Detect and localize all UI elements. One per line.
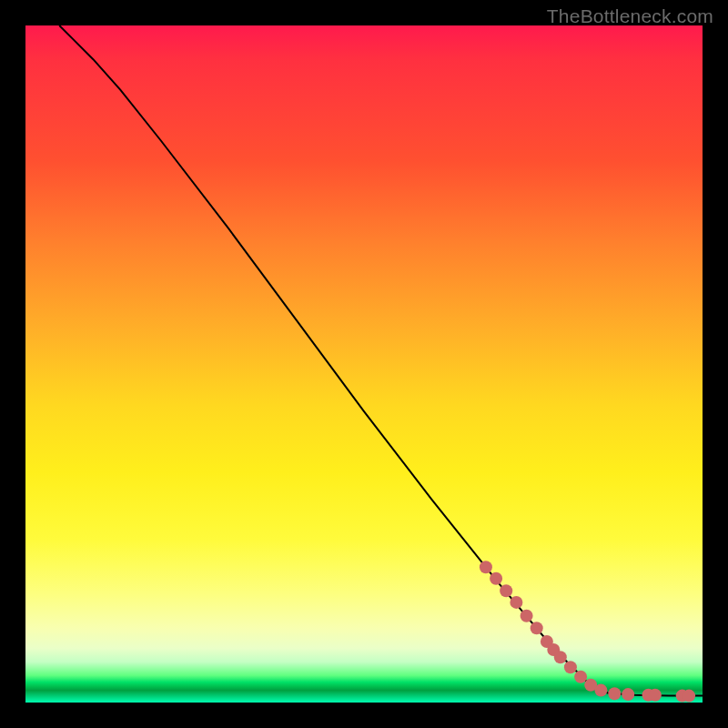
data-point [649,689,662,702]
data-point [622,688,634,701]
data-points-group [480,561,695,702]
bottleneck-curve [59,25,703,696]
data-point [531,622,543,634]
data-point [480,561,492,573]
plot-area [25,25,703,703]
data-point [594,684,607,697]
data-point [521,610,533,622]
data-point [490,572,502,585]
data-point [574,671,587,683]
chart-frame: TheBottleneck.com [0,0,728,728]
data-point [682,690,695,703]
watermark-text: TheBottleneck.com [547,5,713,27]
chart-svg [25,25,703,703]
data-point [510,596,522,609]
data-point [554,651,567,663]
data-point [608,687,621,700]
data-point [564,661,577,673]
data-point [500,584,512,597]
